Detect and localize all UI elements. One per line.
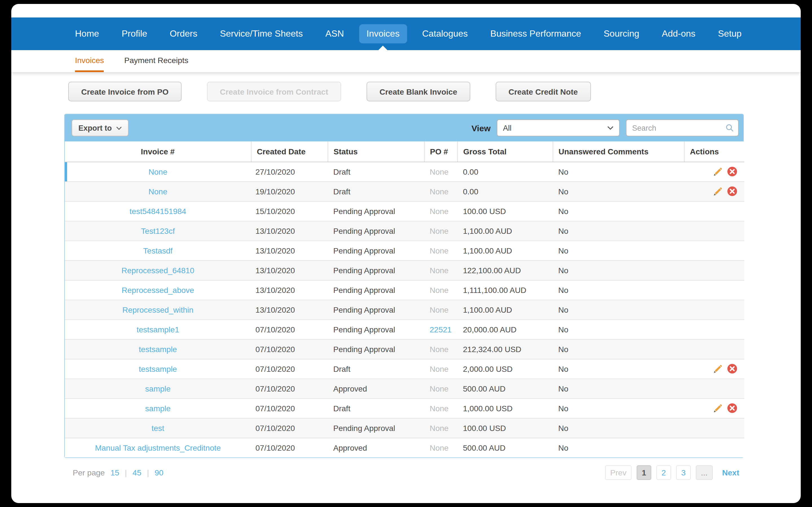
nav-item-profile[interactable]: Profile: [121, 29, 147, 39]
invoice-number-cell: Reprocessed_64810: [65, 260, 251, 280]
nav-item-asn[interactable]: ASN: [325, 29, 344, 39]
per-page-label: Per page: [73, 468, 105, 477]
subnav-item-payment-receipts[interactable]: Payment Receipts: [124, 50, 188, 72]
actions-cell: [684, 379, 744, 398]
status-cell: Pending Approval: [327, 339, 424, 359]
actions-cell: [684, 320, 744, 339]
actions-cell: [684, 339, 744, 359]
delete-icon[interactable]: [726, 402, 738, 414]
table-footer: Per page15|45|90 Prev123...Next: [64, 465, 744, 480]
page-3-button[interactable]: 3: [676, 465, 691, 480]
create-blank-invoice-button[interactable]: Create Blank Invoice: [366, 82, 470, 101]
unanswered-comments-cell: No: [553, 162, 684, 181]
invoice-link[interactable]: Reprocessed_within: [122, 305, 193, 314]
po-value: None: [430, 187, 449, 196]
export-to-button[interactable]: Export to: [71, 119, 129, 136]
pencil-icon[interactable]: [712, 363, 723, 374]
invoice-link[interactable]: Testasdf: [143, 246, 172, 255]
unanswered-comments-cell: No: [553, 280, 684, 300]
search-icon[interactable]: [725, 123, 734, 132]
gross-total-cell: 1,100.00 AUD: [457, 240, 553, 260]
po-number-cell: None: [424, 379, 457, 398]
invoice-link[interactable]: Test123cf: [141, 226, 175, 235]
po-value: None: [430, 364, 449, 373]
column-header-unanswered-comments[interactable]: Unanswered Comments: [553, 142, 684, 162]
status-cell: Draft: [327, 162, 424, 181]
unanswered-comments-cell: No: [553, 418, 684, 438]
status-cell: Pending Approval: [327, 300, 424, 320]
invoice-link[interactable]: Reprocessed_64810: [121, 266, 194, 275]
per-page-option-15[interactable]: 15: [110, 468, 119, 477]
invoice-link[interactable]: testsample1: [137, 325, 179, 334]
actions-cell: [684, 359, 744, 379]
more-pages-button[interactable]: ...: [696, 465, 712, 480]
gross-total-cell: 1,100.00 AUD: [457, 300, 553, 320]
pencil-icon[interactable]: [712, 186, 723, 197]
nav-item-service-time-sheets[interactable]: Service/Time Sheets: [220, 29, 303, 39]
invoice-link[interactable]: Reprocessed_above: [122, 285, 194, 294]
delete-icon[interactable]: [726, 166, 738, 177]
invoice-link[interactable]: None: [149, 187, 167, 196]
created-date-cell: 07/10/2020: [251, 438, 327, 457]
nav-item-add-ons[interactable]: Add-ons: [662, 29, 695, 39]
pencil-icon[interactable]: [712, 166, 723, 177]
per-page-option-45[interactable]: 45: [133, 468, 141, 477]
prev-page-button: Prev: [605, 465, 631, 480]
nav-item-catalogues[interactable]: Catalogues: [422, 29, 468, 39]
nav-item-home[interactable]: Home: [75, 29, 99, 39]
po-number-cell: None: [424, 162, 457, 181]
po-number-cell: None: [424, 418, 457, 438]
create-credit-note-button[interactable]: Create Credit Note: [495, 82, 591, 101]
po-link[interactable]: 22521: [430, 325, 452, 334]
view-select-value: All: [503, 124, 511, 132]
invoice-number-cell: testsample: [65, 359, 251, 379]
column-header-actions[interactable]: Actions: [684, 142, 744, 162]
page-2-button[interactable]: 2: [656, 465, 671, 480]
row-actions: [684, 399, 738, 418]
po-number-cell: None: [424, 260, 457, 280]
delete-icon[interactable]: [726, 363, 738, 374]
invoice-link[interactable]: test5484151984: [130, 207, 186, 216]
pencil-icon[interactable]: [712, 402, 723, 414]
column-header-po[interactable]: PO #: [424, 142, 457, 162]
separator: |: [125, 468, 127, 477]
invoice-link[interactable]: testsample: [139, 344, 177, 353]
invoice-number-cell: Testasdf: [65, 240, 251, 260]
app-window: HomeProfileOrdersService/Time SheetsASNI…: [11, 4, 801, 503]
invoice-link[interactable]: sample: [145, 404, 170, 413]
next-page-button[interactable]: Next: [718, 465, 744, 480]
column-header-gross-total[interactable]: Gross Total: [457, 142, 553, 162]
nav-item-orders[interactable]: Orders: [170, 29, 197, 39]
view-select[interactable]: All: [497, 119, 620, 136]
unanswered-comments-cell: No: [553, 398, 684, 418]
per-page-option-90[interactable]: 90: [155, 468, 163, 477]
created-date-cell: 13/10/2020: [251, 300, 327, 320]
subnav-item-invoices[interactable]: Invoices: [75, 50, 104, 72]
column-header-status[interactable]: Status: [327, 142, 424, 162]
nav-item-business-performance[interactable]: Business Performance: [490, 29, 581, 39]
table-row: Reprocessed_above13/10/2020Pending Appro…: [65, 280, 744, 300]
pagination: Prev123...Next: [605, 465, 744, 480]
separator: |: [147, 468, 149, 477]
actions-cell: [684, 300, 744, 320]
column-header-created-date[interactable]: Created Date: [251, 142, 327, 162]
invoice-link[interactable]: sample: [145, 384, 170, 393]
search-input[interactable]: [626, 119, 739, 136]
po-value: None: [430, 266, 449, 275]
table-row: Testasdf13/10/2020Pending ApprovalNone1,…: [65, 240, 744, 260]
nav-item-setup[interactable]: Setup: [718, 29, 742, 39]
nav-item-invoices[interactable]: Invoices: [359, 24, 407, 43]
actions-cell: [684, 181, 744, 201]
unanswered-comments-cell: No: [553, 359, 684, 379]
invoice-link[interactable]: Manual Tax adjustments_Creditnote: [95, 443, 221, 452]
unanswered-comments-cell: No: [553, 260, 684, 280]
column-header-invoice[interactable]: Invoice #: [65, 142, 251, 162]
invoice-number-cell: Reprocessed_above: [65, 280, 251, 300]
create-invoice-from-po-button[interactable]: Create Invoice from PO: [68, 82, 182, 101]
invoice-link[interactable]: testsample: [139, 364, 177, 373]
invoice-link[interactable]: test: [151, 424, 164, 432]
delete-icon[interactable]: [726, 186, 738, 197]
unanswered-comments-cell: No: [553, 201, 684, 221]
nav-item-sourcing[interactable]: Sourcing: [604, 29, 639, 39]
invoice-link[interactable]: None: [149, 167, 167, 176]
